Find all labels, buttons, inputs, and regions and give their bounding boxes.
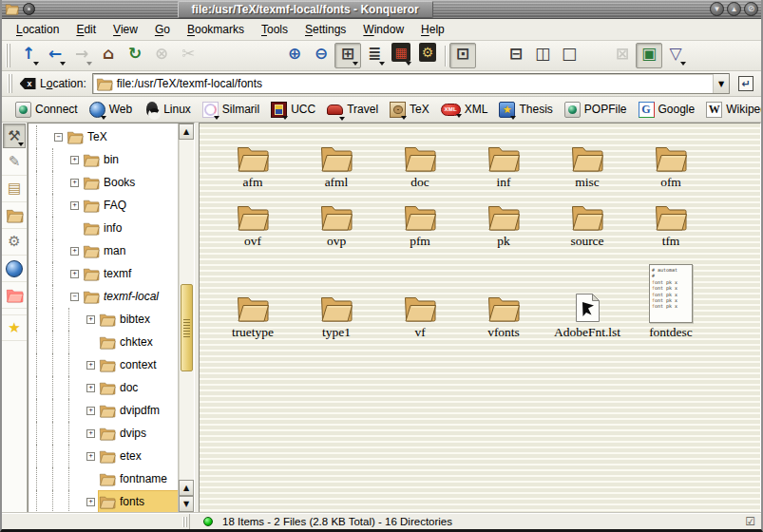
tree-expand-toggle[interactable] [70,270,79,278]
tree-expand-toggle[interactable] [86,429,95,438]
cut-button[interactable]: ✂ [175,43,201,68]
menu-settings[interactable]: Settings [296,21,354,38]
tree-expand-toggle[interactable] [54,133,63,142]
scroll-up-button[interactable]: ▲ [179,124,194,140]
bookmark-popfile[interactable]: POPFile [560,101,632,119]
scrollbar-track[interactable] [179,140,194,480]
bookmark-connect[interactable]: Connect [10,101,83,119]
tree-item-texmf[interactable]: texmf [29,262,178,285]
tree-item-dvips[interactable]: dvips [29,422,178,445]
folder-doc[interactable]: doc [378,143,462,190]
menu-edit[interactable]: Edit [67,21,105,38]
scroll-up-button-2[interactable]: ▲ [179,480,194,496]
tree-expand-toggle[interactable] [70,293,79,301]
file-adobefnt-lst[interactable]: AdobeFnt.lst [545,293,629,340]
tree-expand-toggle[interactable] [86,452,95,461]
tree-item-fonts[interactable]: fonts [29,490,178,512]
bookmarks-button[interactable]: ★ [2,314,27,341]
tree-item-chktex[interactable]: chktex [29,331,178,353]
folder-pk[interactable]: pk [462,202,545,249]
find-file-button[interactable] [476,43,503,68]
pen-button[interactable]: ✎ [2,149,27,176]
split-view-left-right-button[interactable]: ◫ [529,43,556,68]
tree-item-doc[interactable]: doc [29,376,178,399]
tree-item-etex[interactable]: etex [29,445,178,467]
split-view-top-bottom-button[interactable]: ⊟ [503,43,529,68]
stop-button[interactable]: ⊗ [148,43,175,68]
tree-item-tex[interactable]: TeX [29,125,178,148]
folder-vfonts[interactable]: vfonts [462,294,545,340]
menu-view[interactable]: View [105,21,146,38]
bookmark-linux[interactable]: Linux [139,101,196,119]
bookmark-xml[interactable]: XML XML [436,102,493,117]
folder-ovf[interactable]: ovf [211,202,295,249]
tree-item-man[interactable]: man [29,239,178,262]
tree-expand-toggle[interactable] [86,315,95,324]
tree-expand-toggle[interactable] [86,384,95,392]
tree-expand-toggle[interactable] [86,361,95,370]
sticky-button[interactable] [23,3,35,15]
location-input[interactable]: file:/usr/TeX/texmf-local/fonts ▼ [92,73,730,94]
minimize-button[interactable]: ▾ [710,2,724,16]
menu-go[interactable]: Go [146,21,179,38]
preview-button[interactable]: ▣ [636,43,662,68]
bookmark-tex[interactable]: TeX [385,101,434,119]
bricks-button[interactable]: ▦ [388,43,414,68]
tree-item-info[interactable]: info [29,217,178,239]
menu-location[interactable]: Location [8,21,67,38]
clear-location-button[interactable]: x [17,74,38,93]
folder-truetype[interactable]: truetype [211,294,295,340]
configure-navigation-panel-button[interactable]: ⚒ [3,124,26,148]
forward-button[interactable]: → [68,43,95,68]
print-button[interactable] [255,43,281,68]
tree-item-books[interactable]: Books [29,171,178,194]
folder-inf[interactable]: inf [462,143,545,190]
bookmark-silmaril[interactable]: Silmaril [198,101,264,119]
menu-help[interactable]: Help [412,21,453,38]
remove-view-button[interactable]: □ [556,43,582,68]
menu-tools[interactable]: Tools [253,21,296,38]
menu-bookmarks[interactable]: Bookmarks [179,21,253,38]
go-button[interactable]: ↵ [734,73,757,95]
root-folder-button[interactable] [2,282,27,309]
tree-item-fontname[interactable]: fontname [29,467,178,490]
up-button[interactable]: ↑ [15,43,42,68]
folder-ovp[interactable]: ovp [295,202,378,249]
home-button[interactable]: ⌂ [95,43,122,68]
zoom-in-button[interactable]: ⊕ [281,43,308,68]
network-button[interactable] [2,256,27,282]
folder-pfm[interactable]: pfm [378,202,462,249]
folder-afml[interactable]: afml [295,143,378,190]
reload-button[interactable]: ↻ [122,43,148,68]
bookmark-thesis[interactable]: Thesis [494,101,557,119]
home-folder-button[interactable] [2,202,27,229]
tree-scrollbar[interactable]: ▲ ▲ ▼ [178,124,194,512]
tree-expand-toggle[interactable] [86,407,95,415]
status-checkbox-icon[interactable]: ☑ [745,515,761,528]
paste-button[interactable] [228,43,255,68]
scrollbar-thumb[interactable] [181,284,193,371]
back-button[interactable]: ← [42,43,68,68]
scroll-down-button[interactable]: ▼ [179,496,194,512]
folder-ofm[interactable]: ofm [629,143,713,190]
bookmark-wikipedia[interactable]: W Wikipedia [701,101,763,119]
location-dropdown-button[interactable]: ▼ [713,74,729,93]
folder-afm[interactable]: afm [211,143,295,190]
history-button[interactable]: ▤ [2,176,27,202]
tree-item-bin[interactable]: bin [29,148,178,171]
status-grip[interactable] [182,517,187,527]
gear-button[interactable]: ⚙ [414,43,441,68]
new-tab-button[interactable] [582,43,609,68]
tree-expand-toggle[interactable] [70,156,79,164]
show-navigation-panel-button[interactable]: ⊡ [449,43,476,68]
tree-item-context[interactable]: context [29,353,178,376]
zoom-out-button[interactable]: ⊖ [308,43,334,68]
close-button[interactable]: ⊘ [744,2,758,16]
bookmark-web[interactable]: Web [85,101,137,119]
title-bar[interactable]: file:/usr/TeX/texmf-local/fonts - Konque… [2,0,761,19]
tree-item-bibtex[interactable]: bibtex [29,308,178,331]
list-view-button[interactable]: ≣ [361,43,388,68]
tree-item-texmf-local[interactable]: texmf-local [29,285,178,308]
folder-vf[interactable]: vf [378,294,462,340]
tree-expand-toggle[interactable] [70,247,79,256]
